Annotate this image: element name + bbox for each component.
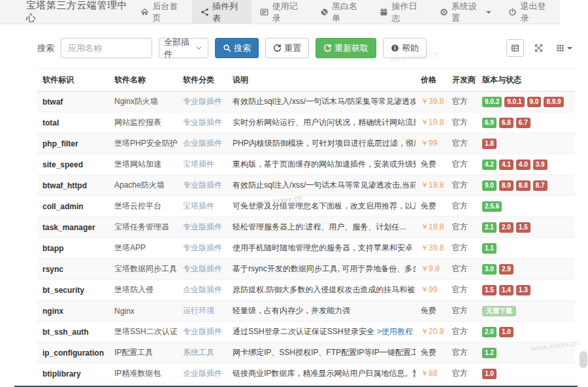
- version-badge[interactable]: 2.0: [482, 327, 497, 337]
- version-badge[interactable]: 1.8: [482, 139, 497, 149]
- version-badge[interactable]: 2.0: [499, 222, 514, 233]
- plugin-description: 基于rsync开发的数据同步工具, 可用于异地备份、多台主...: [227, 259, 416, 280]
- version-badge[interactable]: 1.4: [499, 285, 514, 295]
- description-link[interactable]: > 组...: [415, 243, 416, 252]
- version-badge[interactable]: 4.0: [516, 160, 531, 170]
- category-link[interactable]: 企业版插件: [183, 369, 222, 378]
- nav-item-gear[interactable]: 系统设置: [431, 0, 500, 24]
- plugin-vendor: 官方: [447, 92, 477, 112]
- version-badge[interactable]: 2.1: [482, 222, 497, 233]
- category-link[interactable]: 专业版插件: [183, 180, 222, 190]
- category-link[interactable]: 专业版插件: [183, 97, 222, 106]
- search-button[interactable]: 搜索: [215, 38, 259, 58]
- version-badge[interactable]: 9.0: [527, 97, 542, 107]
- plugin-description: 网卡绑定IP、SSH授权IP、FTP配置IP等IP一键配置工具,...: [227, 343, 416, 363]
- version-badge[interactable]: 9.0.2: [482, 97, 502, 107]
- nav-item-records[interactable]: 使用记录: [252, 0, 312, 24]
- plugin-vendor: 官方: [447, 112, 477, 133]
- plugin-category: 专业版插件: [178, 322, 227, 343]
- plugin-price: ￥19.8: [416, 217, 447, 238]
- plugin-versions: 9.0.29.0.19.08.9.9: [477, 92, 575, 112]
- nav-item-ban[interactable]: 黑白名单: [312, 0, 372, 24]
- help-button[interactable]: 帮助: [383, 38, 427, 58]
- version-badge[interactable]: 4.2: [482, 160, 497, 170]
- table-view-button[interactable]: [506, 39, 524, 57]
- refetch-button[interactable]: 重新获取: [316, 38, 376, 58]
- version-badge[interactable]: 1.0: [499, 327, 514, 337]
- plugin-description: 轻松管理服务器上的:进程、用户、服务、计划任...: [227, 217, 416, 238]
- category-link[interactable]: 企业版插件: [183, 139, 222, 148]
- version-badge[interactable]: 9.0: [482, 180, 497, 191]
- plugin-name: Apache防火墙: [109, 175, 178, 196]
- category-link[interactable]: 专业版插件: [183, 118, 222, 127]
- plugin-description: 有效防止sql注入/xss/一句话木马等常见渗透攻击,当前仅...: [227, 175, 416, 196]
- version-badge[interactable]: 2.9: [499, 264, 514, 275]
- search-input[interactable]: [61, 38, 152, 58]
- table-row: task_manager宝塔任务管理器专业版插件轻松管理服务器上的:进程、用户、…: [37, 217, 575, 238]
- home-icon: [140, 8, 149, 16]
- category-link[interactable]: 宝塔插件: [183, 201, 214, 210]
- plugin-versions: 4.24.14.03.9: [477, 154, 575, 175]
- version-badge[interactable]: 9.0.1: [504, 97, 524, 107]
- version-badge[interactable]: 1.3: [516, 285, 531, 295]
- scrollbar-thumb[interactable]: [580, 351, 587, 368]
- plugin-category: 专业版插件: [178, 238, 227, 259]
- category-filter-value: 全部插件: [164, 37, 195, 60]
- columns-button[interactable]: [553, 41, 575, 55]
- plugin-price: ￥39.8: [416, 92, 447, 112]
- plugin-id: btiplibrary: [37, 363, 109, 384]
- version-badge[interactable]: 3.0: [482, 264, 497, 275]
- version-badge[interactable]: 1.1: [482, 243, 497, 254]
- category-link[interactable]: 企业版插件: [183, 285, 222, 294]
- version-badge[interactable]: 2.5.6: [482, 201, 502, 212]
- description-link[interactable]: >使用教程: [377, 327, 413, 336]
- caret-down-icon: [567, 47, 572, 50]
- version-badge[interactable]: 6.8: [499, 118, 514, 128]
- column-header: 软件标识: [37, 69, 109, 92]
- version-badge[interactable]: 1.5: [482, 285, 497, 295]
- power-icon: [508, 8, 517, 16]
- category-link[interactable]: 宝塔插件: [183, 160, 214, 169]
- table-row: btapp堡塔APP专业版插件使用手机随时随地管理您的服务器，支持苹果和安卓 >…: [37, 238, 575, 259]
- category-link[interactable]: 专业版插件: [183, 243, 222, 252]
- category-link[interactable]: 运行环境: [183, 306, 214, 315]
- page: 宝塔第三方云端管理中心 后台首页插件列表使用记录黑白名单操作日志系统设置退出登录…: [0, 0, 588, 387]
- category-link[interactable]: 专业版插件: [183, 222, 222, 231]
- version-badge[interactable]: 无需下载: [482, 306, 516, 316]
- version-badge[interactable]: 8.7: [533, 180, 547, 191]
- nav-item-power[interactable]: 退出登录: [500, 0, 560, 24]
- plugin-description: 重构版，基于页面缓存的网站加速插件，安装或升级到此...: [227, 154, 416, 175]
- version-badge[interactable]: 8.9: [499, 180, 514, 191]
- plugin-price: ￥88: [416, 363, 447, 384]
- plugin-description: PHP内核级防御模块，可针对项目进行底层过滤，彻底杜...: [227, 133, 416, 154]
- version-badge[interactable]: 8.9.9: [544, 97, 563, 107]
- plugin-id: nginx: [37, 301, 109, 322]
- version-badge[interactable]: 1.5: [516, 222, 531, 233]
- column-header: 说明: [227, 69, 416, 92]
- category-link[interactable]: 专业版插件: [183, 327, 222, 336]
- reset-button[interactable]: 重置: [265, 38, 309, 58]
- plugin-price: ￥19.8: [416, 175, 447, 196]
- category-link[interactable]: 专业版插件: [183, 264, 222, 273]
- version-badge[interactable]: 4.1: [499, 160, 514, 170]
- plugin-id: btwaf: [37, 92, 109, 112]
- plugin-category: 企业版插件: [178, 280, 227, 301]
- version-badge[interactable]: 8.8: [516, 180, 531, 191]
- fullscreen-button[interactable]: [532, 41, 546, 55]
- column-header: 版本与状态: [477, 69, 575, 92]
- version-badge[interactable]: 1.2: [482, 348, 497, 358]
- nav-item-calendar[interactable]: 操作日志: [371, 0, 431, 24]
- category-filter-select[interactable]: 全部插件: [159, 38, 208, 58]
- plugin-id: coll_admin: [37, 196, 109, 217]
- plugin-name: Nginx防火墙: [109, 92, 178, 112]
- version-badge[interactable]: 6.9: [482, 118, 497, 128]
- version-badge[interactable]: 1.0: [482, 369, 497, 379]
- plugin-name: 堡塔网站加速: [109, 154, 178, 175]
- category-link[interactable]: 系统工具: [183, 348, 214, 357]
- version-badge[interactable]: 6.7: [516, 118, 531, 128]
- plugin-vendor: 官方: [447, 217, 477, 238]
- nav-item-home[interactable]: 后台首页: [132, 0, 192, 24]
- version-badge[interactable]: 3.9: [533, 160, 547, 170]
- plugin-name: 宝塔数据同步工具: [109, 259, 178, 280]
- nav-item-plugins[interactable]: 插件列表: [192, 0, 252, 24]
